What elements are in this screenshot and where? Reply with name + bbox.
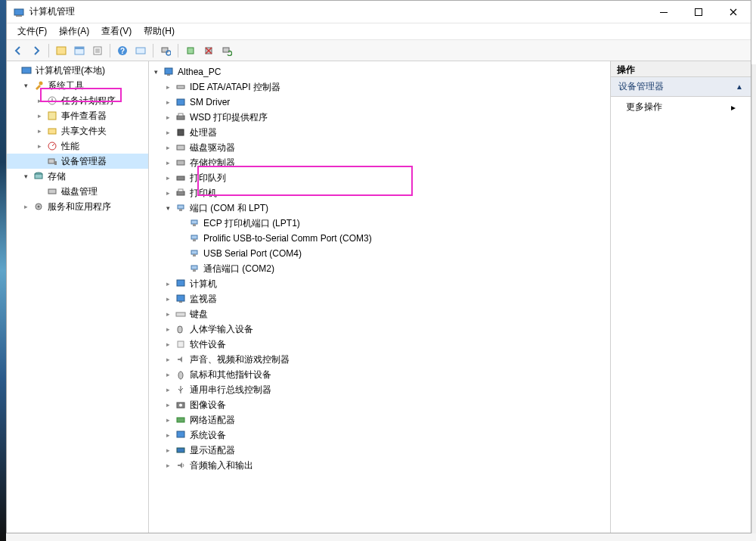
device-storage-controllers[interactable]: 存储控制器 bbox=[149, 155, 610, 170]
device-sound-video-game[interactable]: 声音、视频和游戏控制器 bbox=[149, 352, 610, 367]
svg-point-60 bbox=[178, 372, 183, 379]
nav-device-manager[interactable]: 设备管理器 bbox=[7, 154, 148, 169]
actions-section[interactable]: 设备管理器 ▲ bbox=[611, 77, 751, 97]
svg-rect-22 bbox=[48, 112, 56, 120]
device-imaging[interactable]: 图像设备 bbox=[149, 397, 610, 412]
computer-icon bbox=[163, 66, 175, 78]
nav-event-viewer[interactable]: 事件查看器 bbox=[7, 108, 148, 123]
display-adapter-icon bbox=[175, 444, 187, 456]
toolbar-button[interactable] bbox=[132, 42, 149, 59]
navigation-pane: 计算机管理(本地) 系统工具 任务计划程序 事件查看器 bbox=[7, 61, 149, 533]
svg-rect-45 bbox=[179, 209, 182, 211]
device-audio-io[interactable]: 音频输入和输出 bbox=[149, 458, 610, 473]
port-icon bbox=[188, 247, 200, 260]
device-software[interactable]: 软件设备 bbox=[149, 337, 610, 352]
svg-rect-55 bbox=[177, 295, 184, 301]
device-ports[interactable]: 端口 (COM 和 LPT) bbox=[149, 201, 610, 216]
device-port-usb-serial[interactable]: USB Serial Port (COM4) bbox=[149, 246, 610, 261]
cpu-icon bbox=[175, 126, 187, 138]
device-keyboards[interactable]: 键盘 bbox=[149, 306, 610, 322]
actions-more[interactable]: 更多操作 ▸ bbox=[611, 97, 751, 117]
device-port-comm[interactable]: 通信端口 (COM2) bbox=[149, 261, 610, 276]
device-hid[interactable]: 人体学输入设备 bbox=[149, 322, 610, 337]
svg-rect-4 bbox=[57, 47, 66, 54]
nav-root[interactable]: 计算机管理(本地) bbox=[7, 63, 148, 78]
nav-shared-folders[interactable]: 共享文件夹 bbox=[7, 123, 148, 138]
device-printers[interactable]: 打印机 bbox=[149, 185, 610, 201]
audio-icon bbox=[175, 459, 187, 471]
svg-rect-44 bbox=[178, 205, 184, 209]
device-port-ecp[interactable]: ECP 打印机端口 (LPT1) bbox=[149, 216, 610, 231]
nav-task-scheduler[interactable]: 任务计划程序 bbox=[7, 93, 148, 108]
device-ide-atapi[interactable]: IDE ATA/ATAPI 控制器 bbox=[149, 79, 610, 95]
svg-point-62 bbox=[179, 404, 182, 407]
device-display-adapters[interactable]: 显示适配器 bbox=[149, 443, 610, 458]
svg-rect-6 bbox=[75, 47, 84, 49]
device-sm-driver[interactable]: SM Driver bbox=[149, 95, 610, 110]
scan-hardware-button[interactable] bbox=[157, 42, 174, 59]
nav-storage[interactable]: 存储 bbox=[7, 169, 148, 184]
svg-rect-65 bbox=[177, 448, 184, 452]
properties-button[interactable] bbox=[71, 42, 88, 59]
hid-icon bbox=[175, 323, 187, 335]
device-root[interactable]: Althea_PC bbox=[149, 64, 610, 79]
menu-file[interactable]: 文件(F) bbox=[11, 23, 53, 39]
enable-device-button[interactable] bbox=[182, 42, 199, 59]
device-print-queues[interactable]: 打印队列 bbox=[149, 170, 610, 185]
toolbar-separator bbox=[110, 44, 110, 58]
svg-rect-63 bbox=[177, 418, 184, 422]
svg-rect-36 bbox=[177, 116, 184, 120]
device-mice[interactable]: 鼠标和其他指针设备 bbox=[149, 367, 610, 382]
help-button[interactable]: ? bbox=[114, 42, 131, 59]
chevron-right-icon: ▸ bbox=[731, 102, 736, 113]
port-icon bbox=[175, 202, 187, 214]
svg-rect-13 bbox=[136, 48, 145, 54]
svg-rect-48 bbox=[191, 235, 197, 239]
svg-rect-33 bbox=[167, 74, 170, 76]
show-hide-tree-button[interactable] bbox=[53, 42, 70, 59]
device-monitors[interactable]: 监视器 bbox=[149, 291, 610, 306]
nav-services-apps[interactable]: 服务和应用程序 bbox=[7, 199, 148, 214]
close-button[interactable] bbox=[716, 1, 751, 23]
port-icon bbox=[188, 232, 200, 244]
nav-disk-management[interactable]: 磁盘管理 bbox=[7, 184, 148, 199]
storage-icon bbox=[33, 170, 45, 182]
device-usb-controllers[interactable]: 通用串行总线控制器 bbox=[149, 382, 610, 397]
device-tree-pane: Althea_PC IDE ATA/ATAPI 控制器 SM Driver WS… bbox=[149, 61, 611, 533]
maximize-button[interactable] bbox=[681, 1, 716, 23]
system-device-icon bbox=[175, 429, 187, 441]
port-icon bbox=[188, 263, 200, 275]
menu-help[interactable]: 帮助(H) bbox=[138, 23, 181, 39]
back-button[interactable] bbox=[10, 42, 26, 59]
driver-icon bbox=[175, 96, 187, 108]
svg-rect-2 bbox=[660, 12, 668, 13]
device-network-adapters[interactable]: 网络适配器 bbox=[149, 412, 610, 428]
desktop-background-sliver bbox=[0, 0, 6, 541]
nav-system-tools[interactable]: 系统工具 bbox=[7, 78, 148, 93]
device-port-prolific[interactable]: Prolific USB-to-Serial Comm Port (COM3) bbox=[149, 231, 610, 246]
device-computer[interactable]: 计算机 bbox=[149, 276, 610, 291]
device-processors[interactable]: 处理器 bbox=[149, 125, 610, 140]
usb-icon bbox=[175, 384, 187, 396]
minimize-button[interactable] bbox=[646, 1, 681, 23]
svg-rect-64 bbox=[177, 431, 184, 437]
export-list-button[interactable] bbox=[89, 42, 106, 59]
uninstall-device-button[interactable] bbox=[200, 42, 217, 59]
device-wsd-print[interactable]: WSD 打印提供程序 bbox=[149, 110, 610, 125]
nav-performance[interactable]: 性能 bbox=[7, 138, 148, 154]
device-system-devices[interactable]: 系统设备 bbox=[149, 428, 610, 443]
clock-icon bbox=[46, 95, 58, 107]
svg-rect-34 bbox=[177, 86, 184, 89]
monitor-icon bbox=[175, 293, 187, 305]
update-driver-button[interactable] bbox=[218, 42, 235, 59]
svg-rect-18 bbox=[223, 48, 229, 52]
menu-view[interactable]: 查看(V) bbox=[95, 23, 138, 39]
device-disk-drives[interactable]: 磁盘驱动器 bbox=[149, 140, 610, 155]
svg-rect-29 bbox=[48, 189, 56, 194]
forward-button[interactable] bbox=[28, 42, 45, 59]
menu-action[interactable]: 操作(A) bbox=[53, 23, 95, 39]
svg-rect-35 bbox=[177, 99, 184, 105]
svg-rect-25 bbox=[48, 159, 54, 163]
svg-rect-50 bbox=[191, 250, 197, 254]
tools-icon bbox=[33, 79, 45, 92]
